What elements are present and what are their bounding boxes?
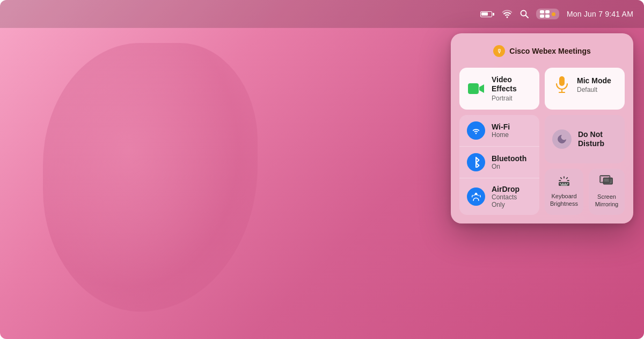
svg-line-1 bbox=[525, 16, 528, 18]
control-center-button[interactable] bbox=[536, 9, 559, 19]
control-center-panel: 🎙 Cisco Webex Meetings Video Effects Por… bbox=[451, 33, 633, 223]
desktop-decoration bbox=[43, 43, 258, 312]
svg-rect-21 bbox=[561, 184, 568, 185]
svg-rect-3 bbox=[545, 10, 550, 13]
notification-dot bbox=[552, 12, 555, 16]
keyboard-brightness-icon bbox=[557, 176, 571, 189]
webex-mic-icon: 🎙 bbox=[493, 45, 505, 57]
webex-title: Cisco Webex Meetings bbox=[509, 47, 590, 55]
bluetooth-item[interactable]: Bluetooth On bbox=[459, 147, 539, 178]
wifi-menubar-icon bbox=[502, 10, 513, 18]
svg-rect-4 bbox=[540, 15, 544, 18]
bottom-row: Wi-Fi Home Bluetooth On bbox=[459, 115, 625, 215]
airdrop-item[interactable]: AirDrop Contacts Only bbox=[459, 178, 539, 215]
do-not-disturb-card[interactable]: Do Not Disturb bbox=[545, 115, 625, 163]
video-effects-subtitle: Portrait bbox=[492, 95, 532, 102]
wifi-title: Wi-Fi bbox=[492, 122, 510, 131]
airdrop-text: AirDrop Contacts Only bbox=[492, 185, 532, 208]
connectivity-card: Wi-Fi Home Bluetooth On bbox=[459, 115, 539, 215]
svg-line-13 bbox=[567, 178, 568, 179]
video-effects-card[interactable]: Video Effects Portrait bbox=[459, 68, 539, 110]
keyboard-brightness-card[interactable]: Keyboard Brightness bbox=[545, 169, 583, 215]
bluetooth-title: Bluetooth bbox=[492, 154, 526, 163]
svg-rect-18 bbox=[562, 183, 564, 184]
svg-rect-7 bbox=[559, 76, 565, 86]
battery-icon bbox=[480, 11, 494, 17]
svg-rect-20 bbox=[567, 183, 568, 184]
menubar: Mon Jun 7 9:41 AM bbox=[0, 0, 644, 28]
right-column: Do Not Disturb bbox=[545, 115, 625, 215]
svg-line-12 bbox=[561, 178, 562, 179]
search-menubar-icon[interactable] bbox=[520, 10, 529, 18]
wifi-item[interactable]: Wi-Fi Home bbox=[459, 115, 539, 147]
menubar-right: Mon Jun 7 9:41 AM bbox=[480, 9, 633, 19]
desktop: Mon Jun 7 9:41 AM 🎙 Cisco Webex Meetings bbox=[0, 0, 644, 339]
mic-mode-subtitle: Default bbox=[577, 86, 611, 93]
airdrop-icon bbox=[467, 187, 485, 206]
mic-mode-title: Mic Mode bbox=[577, 76, 611, 85]
keyboard-brightness-label: Keyboard Brightness bbox=[550, 192, 578, 208]
dnd-text: Do Not Disturb bbox=[578, 130, 617, 148]
wifi-subtitle: Home bbox=[492, 131, 510, 139]
svg-rect-6 bbox=[468, 83, 479, 94]
mic-mode-icon bbox=[552, 75, 572, 95]
svg-rect-2 bbox=[540, 10, 544, 13]
top-row: Video Effects Portrait bbox=[459, 68, 625, 110]
screen-mirroring-label: Screen Mirroring bbox=[594, 193, 619, 208]
svg-rect-5 bbox=[545, 15, 550, 18]
mic-mode-card[interactable]: Mic Mode Default bbox=[545, 68, 625, 110]
wifi-text: Wi-Fi Home bbox=[492, 122, 510, 139]
mic-mode-text: Mic Mode Default bbox=[577, 76, 611, 94]
svg-rect-17 bbox=[560, 183, 561, 184]
svg-rect-19 bbox=[565, 183, 566, 184]
screen-mirroring-card[interactable]: Screen Mirroring bbox=[589, 169, 625, 215]
airdrop-subtitle: Contacts Only bbox=[492, 193, 532, 208]
wifi-icon bbox=[467, 121, 485, 140]
video-effects-icon bbox=[467, 79, 486, 98]
small-cards-row: Keyboard Brightness bbox=[545, 169, 625, 215]
dnd-title: Do Not Disturb bbox=[578, 130, 617, 148]
dnd-icon bbox=[552, 129, 572, 149]
bluetooth-subtitle: On bbox=[492, 163, 526, 170]
webex-header: 🎙 Cisco Webex Meetings bbox=[459, 42, 625, 60]
screen-mirroring-icon bbox=[599, 175, 614, 190]
video-effects-text: Video Effects Portrait bbox=[492, 75, 532, 102]
menubar-datetime: Mon Jun 7 9:41 AM bbox=[567, 10, 633, 18]
video-effects-title: Video Effects bbox=[492, 75, 532, 93]
bluetooth-icon bbox=[467, 153, 485, 171]
airdrop-title: AirDrop bbox=[492, 185, 532, 193]
bluetooth-text: Bluetooth On bbox=[492, 154, 526, 170]
